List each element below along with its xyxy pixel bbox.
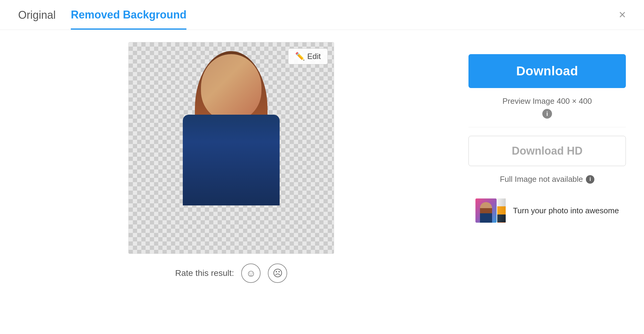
divider-1 xyxy=(468,127,626,127)
top-bar: Original Removed Background × xyxy=(0,0,644,30)
promo-text: Turn your photo into awesome xyxy=(513,206,619,215)
happy-rating-button[interactable]: ☺ xyxy=(241,264,261,283)
full-image-unavailable: Full Image not available i xyxy=(500,175,595,184)
person-image xyxy=(129,42,334,254)
main-content: ✏️ Edit Rate this result: ☺ ☹ Download P… xyxy=(0,30,644,334)
edit-icon: ✏️ xyxy=(295,52,305,61)
promo-thumb1 xyxy=(475,198,497,223)
promo-thumb2 xyxy=(497,198,505,223)
thumb2-stripe-3 xyxy=(497,214,505,222)
full-image-text: Full Image not available xyxy=(500,175,583,184)
download-button[interactable]: Download xyxy=(468,54,626,88)
promo-section[interactable]: Turn your photo into awesome xyxy=(475,198,619,223)
preview-info-icon[interactable]: i xyxy=(542,109,552,119)
download-hd-button[interactable]: Download HD xyxy=(468,136,626,166)
thumb2-stripe-2 xyxy=(497,206,505,214)
right-panel: Download Preview Image 400 × 400 i Downl… xyxy=(468,42,626,322)
tab-original[interactable]: Original xyxy=(18,9,56,30)
head xyxy=(201,54,261,121)
happy-icon: ☺ xyxy=(246,268,256,279)
close-button[interactable]: × xyxy=(619,8,626,21)
tab-removed-background[interactable]: Removed Background xyxy=(71,8,186,30)
left-panel: ✏️ Edit Rate this result: ☺ ☹ xyxy=(18,42,444,322)
preview-text: Preview Image 400 × 400 xyxy=(502,97,592,106)
image-preview-container: ✏️ Edit xyxy=(128,42,334,254)
sad-rating-button[interactable]: ☹ xyxy=(268,264,287,283)
rating-label: Rate this result: xyxy=(175,268,234,278)
person-shape xyxy=(168,54,295,254)
full-image-info-icon[interactable]: i xyxy=(586,175,594,184)
rating-section: Rate this result: ☺ ☹ xyxy=(175,264,288,283)
edit-button[interactable]: ✏️ Edit xyxy=(288,48,328,64)
sad-icon: ☹ xyxy=(273,267,283,279)
edit-label: Edit xyxy=(307,52,321,61)
preview-info: Preview Image 400 × 400 i xyxy=(502,97,592,119)
thumb2-stripe-1 xyxy=(497,198,505,206)
thumb1-person xyxy=(480,202,492,223)
promo-thumbnails xyxy=(475,198,506,223)
body xyxy=(183,115,280,205)
